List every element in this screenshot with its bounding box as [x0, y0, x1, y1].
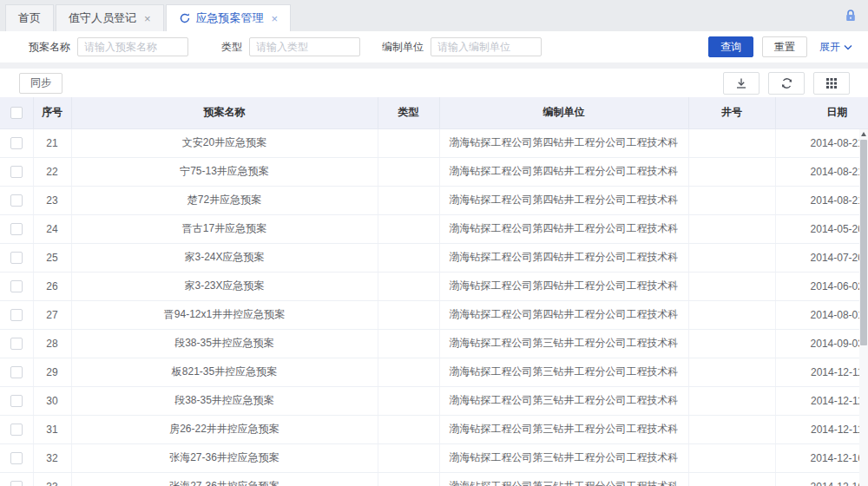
- column-settings-button[interactable]: [813, 72, 850, 95]
- cell-well-number: [688, 443, 775, 472]
- select-all-checkbox[interactable]: [10, 107, 23, 119]
- close-icon[interactable]: ×: [272, 13, 279, 24]
- download-icon: [735, 77, 747, 89]
- tab-duty-personnel[interactable]: 值守人员登记 ×: [56, 4, 164, 31]
- query-button[interactable]: 查询: [708, 36, 753, 57]
- tab-home[interactable]: 首页: [5, 4, 54, 31]
- compile-unit-label: 编制单位: [382, 40, 424, 55]
- cell-well-number: [688, 329, 775, 358]
- plan-name-input[interactable]: [77, 37, 188, 56]
- column-header-date: 日期: [775, 97, 868, 128]
- cell-seq: 32: [33, 443, 71, 472]
- cell-compile-unit: 渤海钻探工程公司第四钻井工程分公司工程技术科: [439, 272, 688, 300]
- download-button[interactable]: [723, 72, 760, 95]
- cell-type: [378, 214, 439, 243]
- table-row: 23 楚72井应急预案 渤海钻探工程公司第四钻井工程分公司工程技术科 2014-…: [0, 186, 868, 214]
- cell-date: 2014-12-11: [775, 358, 868, 386]
- table-row: 27 晋94-12x1井井控应急预案 渤海钻探工程公司第四钻井工程分公司工程技术…: [0, 300, 868, 329]
- row-checkbox[interactable]: [10, 252, 23, 264]
- cell-plan-name: 段38-35井控应急预案: [71, 386, 378, 415]
- cell-date: 2014-07-20: [775, 243, 868, 272]
- cell-plan-name: 晋94-12x1井井控应急预案: [71, 300, 378, 329]
- cell-date: 2014-05-20: [775, 214, 868, 243]
- row-checkbox[interactable]: [10, 280, 23, 292]
- row-checkbox[interactable]: [10, 137, 23, 149]
- app-window: 首页 值守人员登记 × 应急预案管理 × 预案名称 类型 编制单位 查询 重置 …: [0, 0, 868, 486]
- cell-type: [378, 186, 439, 214]
- cell-plan-name: 板821-35井控应急预案: [71, 358, 378, 386]
- cell-well-number: [688, 415, 775, 443]
- table-body: 21 文安20井应急预案 渤海钻探工程公司第四钻井工程分公司工程技术科 2014…: [0, 128, 868, 486]
- cell-compile-unit: 渤海钻探工程公司第四钻井工程分公司工程技术科: [439, 214, 688, 243]
- cell-seq: 23: [33, 186, 71, 214]
- row-checkbox[interactable]: [10, 452, 23, 464]
- tab-emergency-plan-management[interactable]: 应急预案管理 ×: [166, 4, 292, 31]
- close-icon[interactable]: ×: [144, 13, 151, 24]
- row-checkbox[interactable]: [10, 366, 23, 378]
- row-checkbox[interactable]: [10, 166, 23, 178]
- row-checkbox[interactable]: [10, 424, 23, 436]
- scroll-up-arrow-icon[interactable]: [859, 129, 868, 139]
- cell-plan-name: 张海27-36井控应急预案: [71, 472, 378, 486]
- cell-well-number: [688, 214, 775, 243]
- plan-name-label: 预案名称: [29, 40, 70, 55]
- cell-well-number: [688, 472, 775, 486]
- refresh-icon: [780, 77, 793, 89]
- cell-seq: 21: [33, 128, 71, 157]
- cell-type: [378, 443, 439, 472]
- refresh-button[interactable]: [768, 72, 805, 95]
- compile-unit-input[interactable]: [431, 37, 542, 56]
- cell-type: [378, 157, 439, 186]
- type-label: 类型: [221, 40, 242, 55]
- filter-bar: 预案名称 类型 编制单位 查询 重置 展开: [0, 34, 868, 60]
- cell-plan-name: 晋古17井应急预案: [71, 214, 378, 243]
- cell-date: 2014-12-16: [775, 472, 868, 486]
- cell-compile-unit: 渤海钻探工程公司第四钻井工程分公司工程技术科: [439, 157, 688, 186]
- grid-columns-icon: [825, 77, 838, 89]
- table-row: 31 房26-22井井控应急预案 渤海钻探工程公司第三钻井工程分公司工程技术科 …: [0, 415, 868, 443]
- expand-toggle[interactable]: 展开: [819, 40, 852, 55]
- scrollbar-thumb[interactable]: [860, 140, 867, 345]
- cell-seq: 30: [33, 386, 71, 415]
- table-row: 26 家3-23X应急预案 渤海钻探工程公司第四钻井工程分公司工程技术科 201…: [0, 272, 868, 300]
- cell-compile-unit: 渤海钻探工程公司第三钻井工程分公司工程技术科: [439, 472, 688, 486]
- tab-bar: 首页 值守人员登记 × 应急预案管理 ×: [0, 0, 868, 31]
- cell-seq: 28: [33, 329, 71, 358]
- cell-date: 2014-08-21: [775, 128, 868, 157]
- row-checkbox[interactable]: [10, 194, 23, 207]
- table-row: 29 板821-35井控应急预案 渤海钻探工程公司第三钻井工程分公司工程技术科 …: [0, 358, 868, 386]
- row-checkbox[interactable]: [10, 395, 23, 407]
- cell-seq: 25: [33, 243, 71, 272]
- tab-duty-personnel-label: 值守人员登记: [69, 10, 136, 26]
- cell-well-number: [688, 386, 775, 415]
- cell-well-number: [688, 272, 775, 300]
- cell-seq: 22: [33, 157, 71, 186]
- cell-plan-name: 宁75-13井应急预案: [71, 157, 378, 186]
- cell-seq: 26: [33, 272, 71, 300]
- cell-compile-unit: 渤海钻探工程公司第四钻井工程分公司工程技术科: [439, 186, 688, 214]
- cell-plan-name: 楚72井应急预案: [71, 186, 378, 214]
- lock-icon[interactable]: [844, 9, 858, 23]
- table-row: 32 张海27-36井控应急预案 渤海钻探工程公司第三钻井工程分公司工程技术科 …: [0, 443, 868, 472]
- row-checkbox[interactable]: [10, 338, 23, 350]
- cell-seq: 27: [33, 300, 71, 329]
- sync-button[interactable]: 同步: [19, 73, 62, 94]
- row-checkbox[interactable]: [10, 481, 23, 486]
- cell-plan-name: 段38-35井控应急预案: [71, 329, 378, 358]
- cell-type: [378, 415, 439, 443]
- row-checkbox[interactable]: [10, 223, 23, 235]
- row-checkbox[interactable]: [10, 309, 23, 321]
- cell-type: [378, 472, 439, 486]
- cell-compile-unit: 渤海钻探工程公司第三钻井工程分公司工程技术科: [439, 415, 688, 443]
- cell-type: [378, 386, 439, 415]
- cell-well-number: [688, 157, 775, 186]
- cell-date: 2014-08-21: [775, 157, 868, 186]
- cell-compile-unit: 渤海钻探工程公司第三钻井工程分公司工程技术科: [439, 443, 688, 472]
- cell-plan-name: 家3-24X应急预案: [71, 243, 378, 272]
- reset-button[interactable]: 重置: [762, 36, 807, 57]
- type-input[interactable]: [249, 37, 360, 56]
- cell-well-number: [688, 243, 775, 272]
- table-container: 序号 预案名称 类型 编制单位 井号 日期 21 文安20井应急预案 渤海钻探工…: [0, 97, 868, 486]
- table-toolbar: 同步: [0, 69, 868, 97]
- plans-table: 序号 预案名称 类型 编制单位 井号 日期 21 文安20井应急预案 渤海钻探工…: [0, 97, 868, 486]
